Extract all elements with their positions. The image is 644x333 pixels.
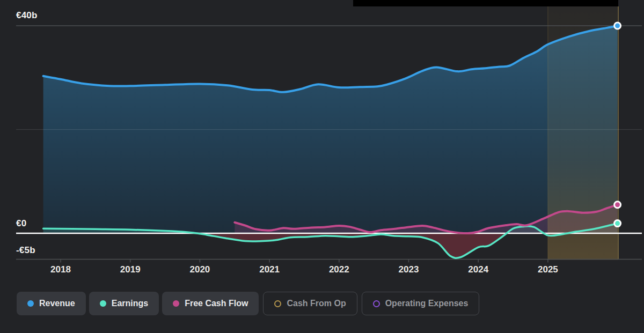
revenue-endpoint-marker[interactable] — [614, 23, 621, 29]
forecast-band — [548, 6, 618, 260]
x-axis-label-2024: 2024 — [468, 264, 488, 275]
y-axis-label-40b: €40b — [16, 10, 38, 21]
x-axis-label-2021: 2021 — [259, 264, 280, 275]
legend-label-operating-expenses: Operating Expenses — [385, 299, 469, 308]
x-axis-label-2018: 2018 — [50, 264, 71, 275]
legend-button-free-cash-flow[interactable]: Free Cash Flow — [162, 292, 259, 315]
y-axis-label-neg5b: -€5b — [16, 245, 35, 256]
legend-label-free-cash-flow: Free Cash Flow — [185, 299, 248, 308]
legend-label-revenue: Revenue — [39, 299, 75, 308]
legend-button-operating-expenses[interactable]: Operating Expenses — [362, 292, 480, 315]
fcf-endpoint-marker[interactable] — [614, 202, 621, 208]
legend-button-cash-from-op[interactable]: Cash From Op — [263, 292, 357, 315]
tooltip-bar — [353, 0, 618, 6]
legend-label-cash-from-op: Cash From Op — [287, 299, 346, 308]
free-cash-flow-dot-icon — [173, 300, 179, 307]
legend-button-earnings[interactable]: Earnings — [89, 292, 159, 315]
earnings-dot-icon — [100, 300, 106, 307]
x-axis-label-2022: 2022 — [329, 264, 349, 275]
y-axis-label-zero: €0 — [16, 218, 26, 229]
x-axis-label-2019: 2019 — [120, 264, 141, 275]
chart-plot-area[interactable]: 20182019202020212022202320242025 — [0, 0, 644, 284]
cash-from-op-dot-icon — [274, 300, 281, 307]
legend-label-earnings: Earnings — [112, 299, 148, 308]
x-axis-label-2020: 2020 — [189, 264, 210, 275]
revenue-dot-icon — [27, 300, 34, 307]
earnings-revenue-history-chart-panel: 20182019202020212022202320242025 €40b €0… — [0, 0, 644, 333]
x-axis-label-2023: 2023 — [399, 264, 419, 275]
earnings-endpoint-marker[interactable] — [614, 220, 621, 227]
legend-button-revenue[interactable]: Revenue — [17, 292, 86, 315]
legend: RevenueEarningsFree Cash FlowCash From O… — [17, 292, 479, 315]
x-axis-label-2025: 2025 — [538, 264, 558, 275]
operating-expenses-dot-icon — [373, 300, 380, 307]
